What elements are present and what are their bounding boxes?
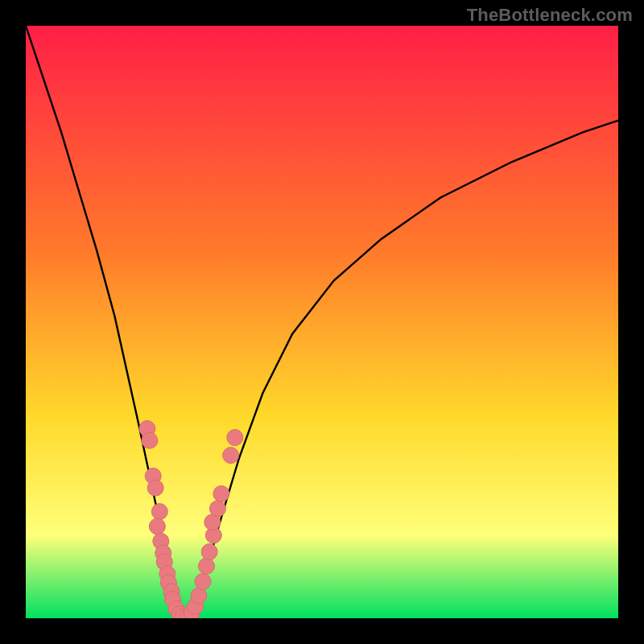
- plot-area: [26, 26, 618, 618]
- data-marker: [195, 573, 211, 589]
- data-marker: [151, 504, 167, 520]
- watermark-text: TheBottleneck.com: [467, 5, 633, 26]
- data-marker: [227, 430, 243, 446]
- data-marker: [213, 485, 229, 502]
- chart-svg: [26, 26, 618, 618]
- data-marker: [201, 544, 217, 560]
- data-marker: [223, 448, 239, 464]
- data-marker: [191, 588, 207, 604]
- data-marker: [209, 501, 225, 517]
- data-marker: [142, 432, 158, 448]
- data-marker: [147, 480, 163, 496]
- data-marker: [149, 518, 165, 535]
- data-marker: [198, 558, 214, 574]
- gradient-background: [26, 26, 618, 618]
- chart-frame: TheBottleneck.com: [0, 0, 644, 644]
